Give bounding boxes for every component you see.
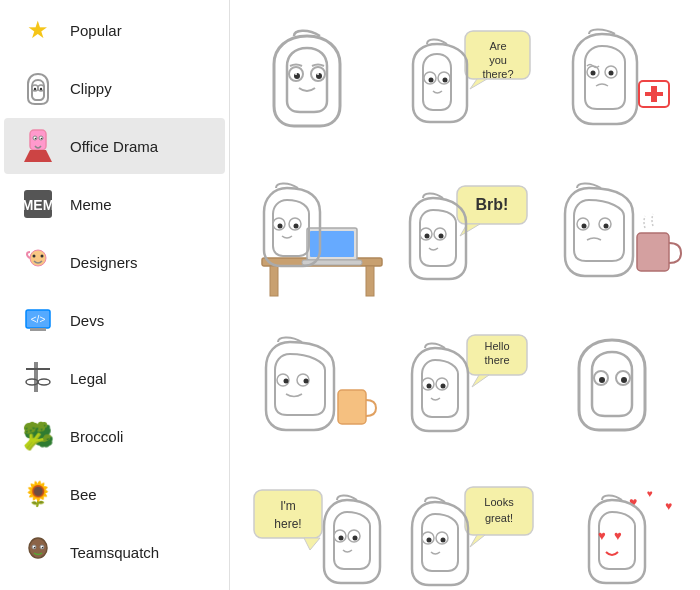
svg-rect-49	[366, 266, 374, 296]
sticker-cell-2[interactable]: Are you there?	[391, 12, 539, 160]
svg-marker-87	[304, 538, 320, 550]
svg-point-19	[38, 379, 50, 385]
svg-rect-4	[30, 130, 46, 150]
svg-point-2	[34, 88, 36, 90]
office-drama-label: Office Drama	[70, 138, 158, 155]
sidebar-item-teamsquatch[interactable]: Teamsquatch	[4, 524, 225, 580]
svg-point-66	[582, 224, 587, 229]
svg-point-71	[284, 379, 289, 384]
sticker-cell-9[interactable]	[543, 316, 691, 464]
sidebar-item-clippy[interactable]: Clippy	[4, 60, 225, 116]
sticker-cell-10[interactable]: I'm here!	[238, 468, 386, 590]
svg-text:♥: ♥	[598, 528, 606, 543]
sidebar-item-office-drama[interactable]: Office Drama	[4, 118, 225, 174]
sticker-cell-12[interactable]: ♥ ♥ ♥ ♥ ♥	[543, 468, 691, 590]
svg-marker-58	[460, 224, 480, 236]
broccoli-label: Broccoli	[70, 428, 123, 445]
svg-point-80	[426, 384, 431, 389]
svg-point-7	[35, 138, 37, 140]
svg-rect-15	[30, 328, 46, 331]
clippy-label: Clippy	[70, 80, 112, 97]
svg-point-62	[424, 234, 429, 239]
sticker-grid: Are you there?	[234, 8, 696, 590]
svg-point-24	[42, 547, 44, 549]
svg-point-85	[621, 377, 627, 383]
clippy-icon	[20, 70, 56, 106]
svg-text:there?: there?	[482, 68, 513, 80]
svg-point-92	[339, 536, 344, 541]
sticker-cell-5[interactable]: Brb!	[391, 164, 539, 312]
svg-point-39	[442, 78, 447, 83]
svg-point-27	[294, 73, 300, 79]
sticker-image-12: ♥ ♥ ♥ ♥ ♥	[557, 482, 677, 590]
svg-text:there: there	[484, 354, 509, 366]
broccoli-icon: 🥦	[20, 418, 56, 454]
bee-label: Bee	[70, 486, 97, 503]
sticker-image-9	[557, 330, 677, 450]
svg-text:MEM: MEM	[22, 197, 54, 213]
svg-text:Looks: Looks	[484, 496, 514, 508]
svg-point-72	[304, 379, 309, 384]
devs-icon: </>	[20, 302, 56, 338]
svg-text:Are: Are	[489, 40, 506, 52]
sidebar-item-designers[interactable]: Designers	[4, 234, 225, 290]
sidebar: ★Popular Clippy Office Drama MEM Meme De…	[0, 0, 230, 590]
svg-point-55	[278, 224, 283, 229]
svg-rect-17	[34, 362, 38, 392]
sidebar-item-popular[interactable]: ★Popular	[4, 2, 225, 58]
office-drama-icon	[20, 128, 56, 164]
svg-marker-32	[470, 79, 487, 89]
svg-point-63	[438, 234, 443, 239]
sticker-cell-11[interactable]: Looks great!	[391, 468, 539, 590]
svg-rect-68	[637, 233, 669, 271]
sidebar-item-broccoli[interactable]: 🥦Broccoli	[4, 408, 225, 464]
sticker-image-1	[252, 26, 372, 146]
svg-point-23	[34, 547, 36, 549]
main-content: Are you there?	[230, 0, 700, 590]
sticker-cell-8[interactable]: Hello there	[391, 316, 539, 464]
svg-marker-95	[470, 535, 485, 547]
svg-point-101	[440, 538, 445, 543]
svg-point-28	[316, 73, 322, 79]
svg-marker-75	[472, 375, 489, 387]
sticker-cell-1[interactable]	[238, 12, 386, 160]
svg-text:</>: </>	[31, 314, 46, 325]
legal-icon	[20, 360, 56, 396]
sticker-image-8: Hello there	[405, 330, 525, 450]
svg-point-100	[426, 538, 431, 543]
sticker-cell-7[interactable]	[238, 316, 386, 464]
sidebar-item-bee[interactable]: 🌻Bee	[4, 466, 225, 522]
svg-point-81	[440, 384, 445, 389]
designers-label: Designers	[70, 254, 138, 271]
sticker-cell-6[interactable]	[543, 164, 691, 312]
svg-rect-46	[645, 92, 663, 96]
sticker-image-7	[252, 330, 372, 450]
meme-icon: MEM	[20, 186, 56, 222]
sticker-image-11: Looks great!	[405, 482, 525, 590]
svg-point-29	[295, 73, 297, 75]
svg-text:♥: ♥	[647, 488, 653, 499]
svg-point-42	[591, 71, 596, 76]
sidebar-item-legal[interactable]: Legal	[4, 350, 225, 406]
svg-point-56	[294, 224, 299, 229]
svg-point-30	[317, 73, 319, 75]
sidebar-item-devs[interactable]: </> Devs	[4, 292, 225, 348]
teamsquatch-icon	[20, 534, 56, 570]
popular-icon: ★	[20, 12, 56, 48]
bee-icon: 🌻	[20, 476, 56, 512]
svg-point-43	[609, 71, 614, 76]
designers-icon	[20, 244, 56, 280]
svg-point-93	[353, 536, 358, 541]
sticker-image-5: Brb!	[405, 178, 525, 298]
sticker-cell-4[interactable]	[238, 164, 386, 312]
svg-text:♥: ♥	[665, 499, 672, 513]
svg-text:I'm: I'm	[280, 499, 296, 513]
svg-point-8	[41, 138, 43, 140]
popular-label: Popular	[70, 22, 122, 39]
devs-label: Devs	[70, 312, 104, 329]
svg-rect-73	[338, 390, 366, 424]
svg-point-67	[604, 224, 609, 229]
svg-text:♥: ♥	[614, 528, 622, 543]
sidebar-item-meme[interactable]: MEM Meme	[4, 176, 225, 232]
sticker-cell-3[interactable]	[543, 12, 691, 160]
